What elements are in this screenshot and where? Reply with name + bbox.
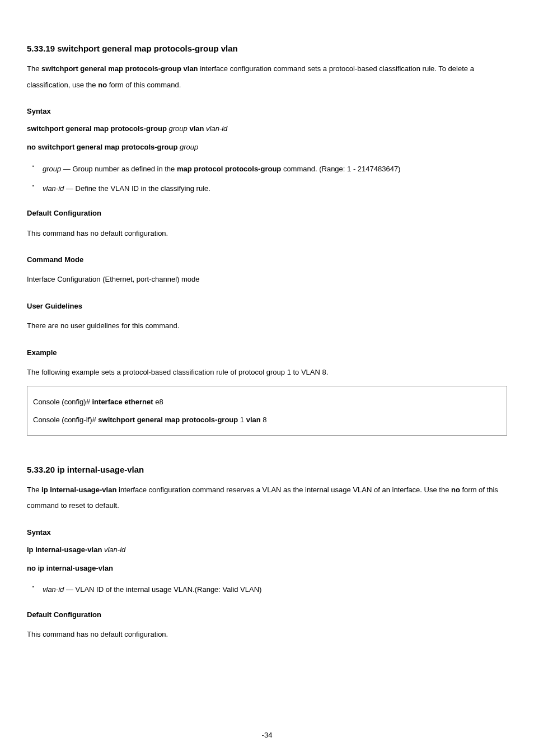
no-keyword: no	[98, 81, 107, 89]
param-bold: map protocol protocols-group	[177, 165, 281, 173]
syntax-arg: vlan-id	[104, 545, 125, 554]
syntax-arg: group	[169, 124, 190, 133]
txt: The	[27, 64, 41, 73]
txt: VLAN ID of the internal usage VLAN.(Rang…	[76, 585, 262, 594]
arg: 1	[240, 416, 246, 424]
list-item: vlan-id — Define the VLAN ID in the clas…	[27, 182, 507, 195]
syntax-arg: group	[180, 143, 198, 151]
txt: The	[27, 486, 41, 494]
code-line: Console (config)# interface ethernet e8	[33, 393, 501, 410]
prompt: Console (config)#	[33, 398, 92, 406]
default-text-2: This command has no default configuratio…	[27, 627, 507, 643]
txt: — Group number as defined in the	[61, 165, 177, 173]
arg: e8	[155, 398, 163, 406]
syntax-line-1b: no switchport general map protocols-grou…	[27, 139, 507, 156]
cmd-name: switchport general map protocols-group v…	[41, 64, 198, 73]
example-heading-1: Example	[27, 348, 507, 358]
txt: command. (Range: 1 - 2147483647)	[281, 165, 400, 173]
default-heading-1: Default Configuration	[27, 208, 507, 218]
cmd-name: ip internal-usage-vlan	[41, 486, 116, 494]
ug-text-1: There are no user guidelines for this co…	[27, 318, 507, 334]
arg: 8	[263, 416, 266, 424]
txt: — Define the VLAN ID in the classifying …	[64, 184, 210, 193]
cmd: interface ethernet	[92, 398, 156, 406]
param-list-1: group — Group number as defined in the m…	[27, 162, 507, 195]
section-title-2: 5.33.20 ip internal-usage-vlan	[27, 464, 507, 475]
mode-text-1: Interface Configuration (Ethernet, port-…	[27, 272, 507, 288]
cmd: vlan	[246, 416, 263, 424]
intro-para-1: The switchport general map protocols-gro…	[27, 61, 507, 93]
txt: interface configuration command reserves…	[116, 486, 451, 494]
example-code-box: Console (config)# interface ethernet e8 …	[27, 386, 507, 435]
intro-para-2: The ip internal-usage-vlan interface con…	[27, 482, 507, 514]
page-number: -34	[0, 730, 534, 740]
param-list-2: vlan-id — VLAN ID of the internal usage …	[27, 583, 507, 596]
syntax-line-1a: switchport general map protocols-group g…	[27, 121, 507, 137]
default-text-1: This command has no default configuratio…	[27, 226, 507, 242]
syntax-cmd: switchport general map protocols-group	[27, 124, 169, 133]
syntax-mid: vlan	[189, 124, 206, 133]
syntax-cmd: no ip internal-usage-vlan	[27, 564, 113, 572]
code-line: Console (config-if)# switchport general …	[33, 411, 501, 428]
param-arg: vlan-id	[43, 184, 64, 193]
syntax-arg: vlan-id	[206, 124, 227, 133]
prompt: Console (config-if)#	[33, 416, 98, 424]
list-item: vlan-id — VLAN ID of the internal usage …	[27, 583, 507, 596]
param-arg: vlan-id —	[43, 585, 76, 594]
txt: form of this command.	[107, 81, 181, 89]
no-keyword: no	[451, 486, 460, 494]
param-arg: group	[43, 165, 61, 173]
example-text-1: The following example sets a protocol-ba…	[27, 365, 507, 381]
section-title-1: 5.33.19 switchport general map protocols…	[27, 43, 507, 54]
syntax-heading-2: Syntax	[27, 528, 507, 538]
syntax-heading-1: Syntax	[27, 106, 507, 116]
syntax-cmd: no switchport general map protocols-grou…	[27, 143, 180, 151]
list-item: group — Group number as defined in the m…	[27, 162, 507, 175]
syntax-line-2a: ip internal-usage-vlan vlan-id	[27, 542, 507, 558]
syntax-line-2b: no ip internal-usage-vlan	[27, 561, 507, 577]
ug-heading-1: User Guidelines	[27, 301, 507, 311]
cmd: switchport general map protocols-group	[98, 416, 240, 424]
mode-heading-1: Command Mode	[27, 255, 507, 265]
default-heading-2: Default Configuration	[27, 610, 507, 620]
syntax-cmd: ip internal-usage-vlan	[27, 545, 104, 554]
